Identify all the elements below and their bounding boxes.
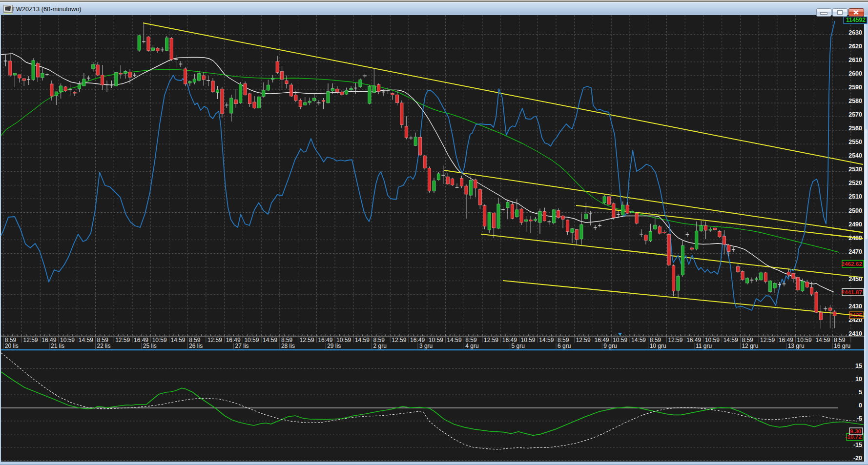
svg-text:12:59: 12:59	[23, 337, 38, 344]
svg-text:12:59: 12:59	[207, 337, 222, 344]
svg-text:2 gru: 2 gru	[373, 343, 387, 349]
svg-text:21 lis: 21 lis	[51, 343, 64, 349]
svg-text:27 lis: 27 lis	[235, 343, 249, 349]
svg-text:29 lis: 29 lis	[327, 343, 341, 349]
svg-text:2450: 2450	[848, 276, 862, 283]
svg-text:16 gru: 16 gru	[834, 343, 850, 349]
svg-text:13 gru: 13 gru	[788, 343, 805, 349]
svg-text:0: 0	[859, 402, 862, 409]
svg-text:12:59: 12:59	[760, 337, 775, 344]
svg-text:2630: 2630	[848, 29, 862, 36]
svg-text:2580: 2580	[848, 98, 862, 104]
svg-text:2500: 2500	[848, 207, 862, 214]
svg-text:14:59: 14:59	[171, 337, 186, 344]
svg-text:2560: 2560	[848, 125, 862, 132]
svg-text:14:59: 14:59	[447, 337, 462, 344]
svg-text:14:59: 14:59	[539, 337, 554, 344]
svg-text:2441.87: 2441.87	[841, 289, 862, 296]
svg-text:20 lis: 20 lis	[5, 343, 19, 349]
svg-text:12 gru: 12 gru	[742, 343, 758, 349]
svg-text:-5: -5	[857, 415, 862, 422]
svg-text:2620: 2620	[848, 43, 862, 50]
svg-text:14:59: 14:59	[815, 337, 830, 344]
svg-text:22 lis: 22 lis	[97, 343, 111, 349]
svg-text:-9.30: -9.30	[848, 428, 861, 435]
svg-text:2462.62: 2462.62	[841, 261, 862, 267]
svg-text:6 gru: 6 gru	[558, 343, 571, 349]
svg-text:2520: 2520	[848, 180, 862, 186]
svg-text:-20: -20	[853, 455, 862, 462]
svg-text:2550: 2550	[848, 139, 862, 145]
svg-text:-15: -15	[853, 442, 862, 448]
svg-text:2430: 2430	[848, 303, 862, 310]
svg-text:26 lis: 26 lis	[189, 343, 203, 349]
svg-text:2470: 2470	[848, 248, 862, 255]
svg-text:2490: 2490	[848, 221, 862, 228]
svg-text:2570: 2570	[848, 111, 862, 118]
svg-text:14:59: 14:59	[79, 337, 93, 344]
svg-text:2510: 2510	[848, 193, 862, 200]
svg-text:10: 10	[855, 376, 862, 383]
svg-text:12:59: 12:59	[668, 337, 682, 344]
svg-text:14:59: 14:59	[631, 337, 646, 344]
svg-text:11 gru: 11 gru	[696, 343, 712, 349]
svg-text:2600: 2600	[848, 70, 862, 77]
svg-text:14:59: 14:59	[355, 337, 370, 344]
svg-text:10 gru: 10 gru	[650, 343, 666, 349]
svg-text:12:59: 12:59	[300, 337, 314, 344]
svg-text:2530: 2530	[848, 166, 862, 173]
svg-text:12:59: 12:59	[484, 337, 498, 344]
svg-text:12:59: 12:59	[115, 337, 130, 344]
svg-text:4 gru: 4 gru	[465, 343, 478, 349]
svg-text:2540: 2540	[848, 152, 862, 159]
svg-text:9 gru: 9 gru	[603, 343, 617, 349]
svg-text:14:59: 14:59	[263, 337, 277, 344]
svg-text:5 gru: 5 gru	[512, 343, 525, 349]
svg-text:114592: 114592	[846, 17, 866, 23]
svg-text:15: 15	[855, 363, 862, 369]
svg-text:2610: 2610	[848, 57, 862, 63]
svg-text:2590: 2590	[848, 84, 862, 91]
svg-text:5: 5	[859, 389, 862, 396]
svg-text:12:59: 12:59	[576, 337, 591, 344]
svg-text:28 lis: 28 lis	[281, 343, 295, 349]
svg-text:14:59: 14:59	[723, 337, 738, 344]
svg-text:3 gru: 3 gru	[419, 343, 433, 349]
svg-text:12:59: 12:59	[392, 337, 406, 344]
svg-text:25 lis: 25 lis	[143, 343, 157, 349]
